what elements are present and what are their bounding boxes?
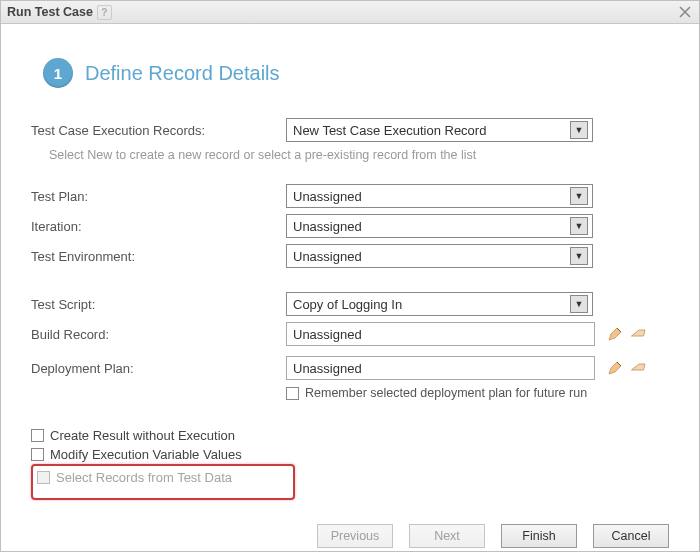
chevron-down-icon: ▼ <box>570 187 588 205</box>
row-select-records: Select Records from Test Data <box>37 470 287 485</box>
titlebar: Run Test Case ? <box>1 1 699 24</box>
helper-text: Select New to create a new record or sel… <box>49 148 669 162</box>
row-build-record: Build Record: Unassigned <box>31 322 669 346</box>
pencil-icon[interactable] <box>607 326 623 342</box>
row-test-env: Test Environment: Unassigned ▼ <box>31 244 669 268</box>
input-deploy-plan-value: Unassigned <box>293 361 362 376</box>
label-create-result: Create Result without Execution <box>50 428 235 443</box>
label-test-script: Test Script: <box>31 297 286 312</box>
label-modify-vars: Modify Execution Variable Values <box>50 447 242 462</box>
checkbox-remember[interactable] <box>286 387 299 400</box>
row-create-result: Create Result without Execution <box>31 428 669 443</box>
row-deploy-plan: Deployment Plan: Unassigned <box>31 356 669 380</box>
pencil-icon[interactable] <box>607 360 623 376</box>
dialog-content: 1 Define Record Details Test Case Execut… <box>1 24 699 510</box>
label-iteration: Iteration: <box>31 219 286 234</box>
checkbox-create-result[interactable] <box>31 429 44 442</box>
eraser-icon[interactable] <box>631 326 649 342</box>
chevron-down-icon: ▼ <box>570 247 588 265</box>
help-icon[interactable]: ? <box>97 5 112 20</box>
row-exec-records: Test Case Execution Records: New Test Ca… <box>31 118 669 142</box>
close-icon[interactable] <box>677 4 693 20</box>
select-exec-records-value: New Test Case Execution Record <box>293 123 486 138</box>
select-test-env-value: Unassigned <box>293 249 362 264</box>
chevron-down-icon: ▼ <box>570 295 588 313</box>
select-exec-records[interactable]: New Test Case Execution Record ▼ <box>286 118 593 142</box>
next-button: Next <box>409 524 485 548</box>
checkbox-select-records <box>37 471 50 484</box>
select-test-plan-value: Unassigned <box>293 189 362 204</box>
label-select-records: Select Records from Test Data <box>56 470 232 485</box>
label-test-env: Test Environment: <box>31 249 286 264</box>
label-remember: Remember selected deployment plan for fu… <box>305 386 587 400</box>
input-build-record[interactable]: Unassigned <box>286 322 595 346</box>
cancel-button[interactable]: Cancel <box>593 524 669 548</box>
window-title: Run Test Case <box>7 5 93 19</box>
select-test-script-value: Copy of Logging In <box>293 297 402 312</box>
chevron-down-icon: ▼ <box>570 217 588 235</box>
row-remember: Remember selected deployment plan for fu… <box>286 386 669 400</box>
dialog-run-test-case: Run Test Case ? 1 Define Record Details … <box>0 0 700 552</box>
select-test-script[interactable]: Copy of Logging In ▼ <box>286 292 593 316</box>
highlight-frame: Select Records from Test Data <box>31 464 295 500</box>
button-bar: Previous Next Finish Cancel <box>1 510 699 548</box>
row-test-script: Test Script: Copy of Logging In ▼ <box>31 292 669 316</box>
label-test-plan: Test Plan: <box>31 189 286 204</box>
step-header: 1 Define Record Details <box>43 58 669 88</box>
row-test-plan: Test Plan: Unassigned ▼ <box>31 184 669 208</box>
finish-button[interactable]: Finish <box>501 524 577 548</box>
previous-button: Previous <box>317 524 393 548</box>
input-build-record-value: Unassigned <box>293 327 362 342</box>
chevron-down-icon: ▼ <box>570 121 588 139</box>
select-test-plan[interactable]: Unassigned ▼ <box>286 184 593 208</box>
checkbox-modify-vars[interactable] <box>31 448 44 461</box>
eraser-icon[interactable] <box>631 360 649 376</box>
select-iteration[interactable]: Unassigned ▼ <box>286 214 593 238</box>
input-deploy-plan[interactable]: Unassigned <box>286 356 595 380</box>
label-build-record: Build Record: <box>31 327 286 342</box>
select-iteration-value: Unassigned <box>293 219 362 234</box>
bottom-checkboxes: Create Result without Execution Modify E… <box>31 428 669 500</box>
step-number-badge: 1 <box>43 58 73 88</box>
step-title: Define Record Details <box>85 62 280 85</box>
row-iteration: Iteration: Unassigned ▼ <box>31 214 669 238</box>
label-deploy-plan: Deployment Plan: <box>31 361 286 376</box>
label-exec-records: Test Case Execution Records: <box>31 123 286 138</box>
select-test-env[interactable]: Unassigned ▼ <box>286 244 593 268</box>
row-modify-vars: Modify Execution Variable Values <box>31 447 669 462</box>
